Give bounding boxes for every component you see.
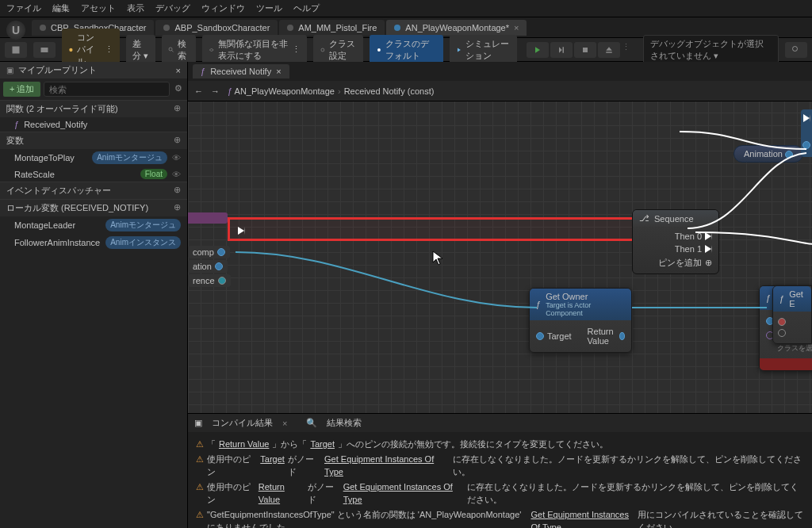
svg-rect-0	[13, 46, 20, 53]
pin-stub[interactable]: ation	[188, 260, 228, 273]
eye-icon[interactable]: 👁	[172, 153, 181, 163]
compiler-results-panel: ▣ コンパイル結果 × 🔍 結果検索 ⚠「Return Value」から「Tar…	[188, 413, 812, 528]
unreal-logo-icon: U	[6, 21, 25, 40]
close-icon[interactable]: ×	[276, 67, 281, 76]
svg-point-5	[377, 48, 381, 52]
compile-results-tab[interactable]: コンパイル結果	[212, 417, 273, 429]
svg-point-7	[793, 46, 798, 51]
browse-button[interactable]	[33, 42, 56, 58]
editor-toolbar: コンパイル⋮ 差分 ▾ 検索 無関係な項目を非表示にする⋮ クラス設定 クラスの…	[0, 38, 812, 62]
results-search-tab[interactable]: 結果検索	[327, 417, 362, 429]
gear-icon[interactable]: ⚙	[173, 82, 184, 97]
menu-tools[interactable]: ツール	[256, 2, 282, 14]
compiler-log[interactable]: ⚠「Return Value」から「Target」へのピンの接続が無効です。接続…	[188, 432, 812, 528]
panel-icon: ▣	[6, 64, 13, 76]
search-icon: 🔍	[306, 418, 317, 428]
play-button[interactable]	[527, 42, 549, 58]
menu-file[interactable]: ファイル	[6, 2, 41, 14]
class-settings-button[interactable]: クラス設定	[313, 35, 363, 65]
graph-tab[interactable]: ƒReceived Notify×	[193, 64, 289, 78]
node-stub[interactable]: ƒGet E	[772, 285, 812, 344]
eye-icon[interactable]: 👁	[172, 170, 181, 179]
pin-stub[interactable]: rence	[188, 274, 231, 287]
menu-help[interactable]: ヘルプ	[293, 2, 320, 14]
search-button[interactable]: 検索	[162, 35, 196, 65]
section-functions[interactable]: 関数 (2 オーバーライド可能)⊕	[0, 100, 187, 117]
svg-point-1	[69, 48, 72, 51]
panel-title: マイブループリント	[18, 64, 97, 76]
skip-button[interactable]	[550, 42, 573, 58]
menu-edit[interactable]: 編集	[52, 2, 70, 14]
save-button[interactable]	[5, 42, 27, 58]
graph-toolbar: ← → ƒ AN_PlayWeaponMontage›Received Noti…	[188, 81, 812, 101]
svg-point-2	[169, 47, 172, 50]
get-owner-node[interactable]: ƒGet OwnerTarget is Actor Component Targ…	[529, 288, 632, 353]
breadcrumb[interactable]: ƒ AN_PlayWeaponMontage›Received Notify (…	[228, 86, 434, 96]
close-icon[interactable]: ×	[282, 419, 287, 428]
function-icon: ƒ	[536, 300, 541, 309]
variable-row[interactable]: MontageToPlayAnimモンタージュ👁	[0, 149, 187, 166]
menu-asset[interactable]: アセット	[81, 2, 116, 14]
debug-object-select[interactable]: デバッグオブジェクトが選択されていません ▾	[643, 35, 779, 65]
menu-window[interactable]: ウィンドウ	[201, 2, 245, 14]
close-icon[interactable]: ×	[176, 66, 181, 75]
eject-button[interactable]	[598, 42, 620, 58]
cursor-icon	[432, 251, 443, 266]
search-input[interactable]	[44, 82, 170, 97]
variable-row[interactable]: RateScaleFloat👁	[0, 166, 187, 182]
function-item[interactable]: ƒReceived_Notify	[0, 117, 187, 132]
function-icon: ƒ	[766, 293, 771, 303]
error-badge: ERROR!	[760, 358, 812, 370]
section-variables[interactable]: 変数⊕	[0, 132, 187, 149]
add-button[interactable]: + 追加	[3, 82, 40, 97]
panel-icon: ▣	[194, 418, 202, 428]
local-var-row[interactable]: MontageLeaderAnimモンタージュ	[0, 216, 187, 234]
simulation-button[interactable]: シミュレーション	[450, 35, 517, 65]
asset-tab-1[interactable]: ABP_SandboxCharacter	[155, 20, 278, 36]
svg-point-4	[321, 48, 324, 52]
pin-stub[interactable]: comp	[188, 246, 230, 258]
nav-back-icon[interactable]: ←	[194, 86, 203, 96]
svg-rect-6	[583, 48, 588, 52]
section-locals[interactable]: ローカル変数 (RECEIVED_NOTIFY)⊕	[0, 199, 187, 216]
menu-bar: ファイル 編集 アセット 表示 デバッグ ウィンドウ ツール ヘルプ	[0, 0, 812, 17]
node-stub[interactable]	[188, 212, 228, 224]
hide-unrelated-button[interactable]: 無関係な項目を非表示にする⋮	[202, 35, 307, 65]
local-var-row[interactable]: FollowerAnimInstanceAnimインスタンス	[0, 234, 187, 251]
menu-debug[interactable]: デバッグ	[155, 2, 190, 14]
find-button[interactable]	[785, 42, 807, 58]
svg-line-3	[172, 50, 174, 52]
asset-tab-3[interactable]: AN_PlayWeaponMontage*×	[386, 20, 527, 36]
highlight-box	[228, 217, 688, 241]
diff-button[interactable]: 差分 ▾	[126, 35, 155, 65]
my-blueprint-panel: ▣マイブループリント× + 追加 ⚙ 関数 (2 オーバーライド可能)⊕ ƒRe…	[0, 62, 188, 528]
exec-pin-icon[interactable]	[238, 227, 245, 235]
asset-tab-2[interactable]: AM_MM_Pistol_Fire	[279, 20, 385, 36]
branch-icon: ⎇	[639, 213, 649, 224]
animation-node[interactable]: Animation	[733, 145, 803, 163]
node-stub[interactable]	[801, 109, 812, 157]
sequence-node[interactable]: ⎇Sequence Then 0 Then 1 ピンを追加⊕	[632, 209, 719, 274]
close-icon[interactable]: ×	[514, 23, 519, 33]
menu-view[interactable]: 表示	[127, 2, 144, 14]
section-dispatchers[interactable]: イベントディスパッチャー⊕	[0, 182, 187, 199]
stop-button[interactable]	[574, 42, 596, 58]
graph-canvas[interactable]: ƒReceived Notify× ← → ƒ AN_PlayWeaponMon…	[188, 62, 812, 528]
class-defaults-button[interactable]: クラスのデフォルト	[370, 35, 443, 65]
nav-fwd-icon[interactable]: →	[211, 86, 220, 96]
